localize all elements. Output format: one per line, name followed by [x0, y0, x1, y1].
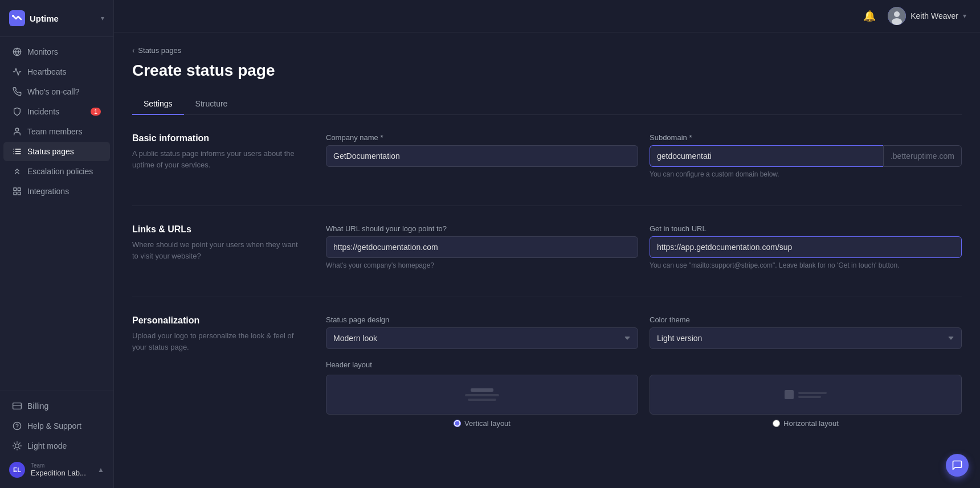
sidebar-logo[interactable]: Uptime ▾ — [0, 0, 113, 37]
sidebar-item-heartbeats[interactable]: Heartbeats — [3, 62, 110, 81]
user-chevron-icon: ▾ — [963, 12, 966, 20]
user-icon — [13, 127, 22, 136]
team-chevron-icon: ▲ — [97, 466, 104, 474]
horizontal-layout-radio-group: Horizontal layout — [773, 419, 839, 428]
header-layout-label: Header layout — [326, 360, 962, 369]
contact-url-input[interactable] — [650, 236, 962, 258]
sidebar-item-oncall[interactable]: Who's on-call? — [3, 82, 110, 101]
sidebar-team[interactable]: EL Team Expedition Lab... ▲ — [0, 456, 113, 483]
sidebar-item-integrations-label: Integrations — [27, 187, 69, 196]
svg-point-29 — [894, 11, 900, 17]
contact-url-label: Get in touch URL — [650, 224, 962, 233]
company-name-input[interactable] — [326, 145, 638, 167]
team-avatar: EL — [9, 462, 25, 478]
design-group: Status page design Modern look Classic l… — [326, 315, 638, 349]
user-name: Keith Weaver — [910, 11, 958, 20]
sidebar-item-monitors[interactable]: Monitors — [3, 42, 110, 61]
horizontal-layout-label: Horizontal layout — [783, 419, 839, 428]
sidebar-item-team-members[interactable]: Team members — [3, 122, 110, 141]
tab-structure[interactable]: Structure — [184, 93, 239, 115]
section-basic-info-fields: Company name * Subdomain * .betteruptime… — [326, 133, 962, 178]
sidebar-item-oncall-label: Who's on-call? — [27, 87, 79, 96]
user-menu[interactable]: Keith Weaver ▾ — [888, 7, 966, 25]
vertical-bar-3 — [468, 399, 496, 401]
activity-icon — [13, 67, 22, 76]
sidebar-item-help-label: Help & Support — [27, 421, 81, 430]
section-links: Links & URLs Where should we point your … — [132, 224, 962, 269]
sidebar-item-team-members-label: Team members — [27, 127, 82, 136]
design-label: Status page design — [326, 315, 638, 324]
sidebar-item-monitors-label: Monitors — [27, 47, 58, 56]
breadcrumb[interactable]: ‹ Status pages — [132, 46, 962, 55]
sidebar-item-integrations[interactable]: Integrations — [3, 182, 110, 201]
sidebar-item-light-mode-label: Light mode — [27, 441, 67, 450]
sidebar-item-status-pages-label: Status pages — [27, 147, 74, 156]
notification-bell-icon[interactable]: 🔔 — [860, 7, 879, 25]
sidebar: Uptime ▾ Monitors Heartbeats — [0, 0, 114, 488]
horizontal-layout-radio[interactable] — [773, 420, 780, 427]
credit-card-icon — [13, 401, 22, 411]
incidents-badge: 1 — [91, 108, 101, 116]
page-title: Create status page — [132, 61, 962, 80]
logo-url-group: What URL should your logo point to? What… — [326, 224, 638, 269]
main: 🔔 Keith Weaver ▾ ‹ Status pages Create s… — [114, 0, 980, 488]
svg-line-23 — [19, 448, 20, 449]
vertical-layout-preview — [326, 375, 638, 415]
horizontal-layout-visual — [785, 390, 827, 399]
logo-url-input[interactable] — [326, 236, 638, 258]
sidebar-item-status-pages[interactable]: Status pages — [3, 142, 110, 161]
subdomain-suffix: .betteruptime.com — [883, 145, 962, 167]
sidebar-item-escalation[interactable]: Escalation policies — [3, 162, 110, 181]
section-links-fields: What URL should your logo point to? What… — [326, 224, 962, 269]
help-circle-icon — [13, 421, 22, 430]
vertical-layout-option[interactable]: Vertical layout — [326, 375, 638, 428]
subdomain-input[interactable] — [650, 145, 883, 167]
user-avatar — [888, 7, 906, 25]
links-desc: Where should we point your users when th… — [132, 239, 303, 261]
divider-2 — [132, 297, 962, 297]
subdomain-group: Subdomain * .betteruptime.com You can co… — [650, 133, 962, 178]
personalization-title: Personalization — [132, 315, 303, 326]
horizontal-layout-preview — [650, 375, 962, 415]
uptime-logo-icon — [9, 10, 25, 26]
svg-rect-11 — [14, 188, 17, 191]
svg-rect-15 — [13, 403, 22, 409]
sidebar-item-billing[interactable]: Billing — [3, 396, 110, 416]
sidebar-item-help[interactable]: Help & Support — [3, 416, 110, 436]
logo-chevron-icon: ▾ — [101, 14, 104, 22]
sidebar-item-incidents-label: Incidents — [27, 107, 59, 116]
team-info: Team Expedition Lab... — [31, 462, 92, 477]
sidebar-item-incidents[interactable]: Incidents 1 — [3, 102, 110, 121]
globe-icon — [13, 47, 22, 56]
app-name: Uptime — [30, 14, 59, 23]
theme-label: Color theme — [650, 315, 962, 324]
svg-rect-12 — [18, 188, 21, 191]
arrow-up-icon — [13, 167, 22, 176]
subdomain-hint: You can configure a custom domain below. — [650, 170, 962, 178]
horizontal-bar-1 — [798, 392, 827, 394]
logo-url-label: What URL should your logo point to? — [326, 224, 638, 233]
page-content: ‹ Status pages Create status page Settin… — [114, 32, 980, 488]
horizontal-layout-option[interactable]: Horizontal layout — [650, 375, 962, 428]
subdomain-input-group: .betteruptime.com — [650, 145, 962, 167]
section-personalization: Personalization Upload your logo to pers… — [132, 315, 962, 428]
design-select[interactable]: Modern look Classic look — [326, 327, 638, 349]
svg-line-22 — [14, 443, 15, 444]
vertical-layout-radio-group: Vertical layout — [454, 419, 511, 428]
theme-select[interactable]: Light version Dark version — [650, 327, 962, 349]
breadcrumb-chevron-icon: ‹ — [132, 46, 134, 55]
section-personalization-description: Personalization Upload your logo to pers… — [132, 315, 303, 428]
vertical-layout-radio[interactable] — [454, 420, 461, 427]
basic-info-desc: A public status page informs your users … — [132, 148, 303, 170]
section-basic-info-description: Basic information A public status page i… — [132, 133, 303, 178]
grid-icon — [13, 187, 22, 196]
contact-url-group: Get in touch URL You can use "mailto:sup… — [650, 224, 962, 269]
chat-support-button[interactable] — [946, 454, 969, 477]
horizontal-lines — [798, 392, 827, 398]
tab-settings[interactable]: Settings — [132, 93, 184, 115]
sun-icon — [13, 441, 22, 450]
tabs: Settings Structure — [132, 93, 962, 115]
subdomain-label: Subdomain * — [650, 133, 962, 142]
sidebar-item-light-mode[interactable]: Light mode — [3, 436, 110, 456]
svg-rect-13 — [18, 192, 21, 195]
